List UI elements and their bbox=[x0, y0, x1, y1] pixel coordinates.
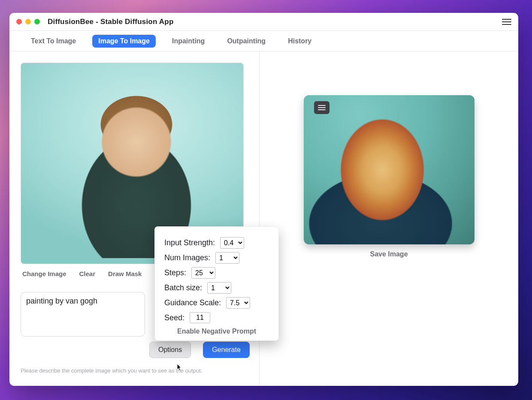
output-image[interactable] bbox=[304, 95, 475, 244]
input-strength-label: Input Strength: bbox=[164, 238, 215, 247]
batch-size-select[interactable]: 1 bbox=[207, 282, 231, 294]
options-popover: Input Strength: 0.4 Num Images: 1 Steps:… bbox=[154, 226, 279, 341]
save-image-button[interactable]: Save Image bbox=[370, 250, 408, 258]
clear-image-button[interactable]: Clear bbox=[79, 270, 96, 277]
prompt-hint: Please describe the complete image which… bbox=[21, 367, 248, 374]
enable-negative-prompt-button[interactable]: Enable Negative Prompt bbox=[164, 328, 269, 335]
tab-outpainting[interactable]: Outpainting bbox=[221, 35, 272, 48]
batch-size-label: Batch size: bbox=[164, 283, 202, 292]
guidance-scale-label: Guidance Scale: bbox=[164, 298, 221, 307]
output-image-menu-icon[interactable] bbox=[314, 101, 329, 114]
tab-text-to-image[interactable]: Text To Image bbox=[25, 35, 82, 48]
seed-label: Seed: bbox=[164, 313, 184, 322]
input-strength-select[interactable]: 0.4 bbox=[220, 237, 244, 249]
window-controls bbox=[16, 19, 40, 24]
tab-image-to-image[interactable]: Image To Image bbox=[92, 35, 156, 48]
close-window-button[interactable] bbox=[16, 19, 22, 24]
maximize-window-button[interactable] bbox=[34, 19, 40, 24]
app-window: DiffusionBee - Stable Diffusion App Text… bbox=[9, 13, 518, 386]
num-images-label: Num Images: bbox=[164, 253, 210, 262]
steps-label: Steps: bbox=[164, 268, 186, 277]
num-images-select[interactable]: 1 bbox=[215, 252, 239, 264]
app-menu-icon[interactable] bbox=[502, 19, 511, 25]
action-button-row: Options Generate bbox=[149, 342, 248, 358]
right-pane: Save Image bbox=[260, 51, 518, 386]
steps-select[interactable]: 25 bbox=[191, 267, 215, 279]
app-title: DiffusionBee - Stable Diffusion App bbox=[48, 18, 173, 26]
tab-history[interactable]: History bbox=[282, 35, 317, 48]
draw-mask-button[interactable]: Draw Mask bbox=[108, 270, 142, 277]
generate-button[interactable]: Generate bbox=[203, 342, 250, 358]
change-image-button[interactable]: Change Image bbox=[22, 270, 66, 277]
titlebar: DiffusionBee - Stable Diffusion App bbox=[9, 13, 518, 31]
guidance-scale-select[interactable]: 7.5 bbox=[226, 297, 250, 309]
seed-input[interactable] bbox=[190, 312, 210, 323]
tabbar: Text To Image Image To Image Inpainting … bbox=[9, 31, 518, 51]
tab-inpainting[interactable]: Inpainting bbox=[166, 35, 211, 48]
options-button[interactable]: Options bbox=[149, 342, 191, 358]
prompt-input[interactable]: painting by van gogh bbox=[21, 292, 145, 337]
minimize-window-button[interactable] bbox=[25, 19, 31, 24]
